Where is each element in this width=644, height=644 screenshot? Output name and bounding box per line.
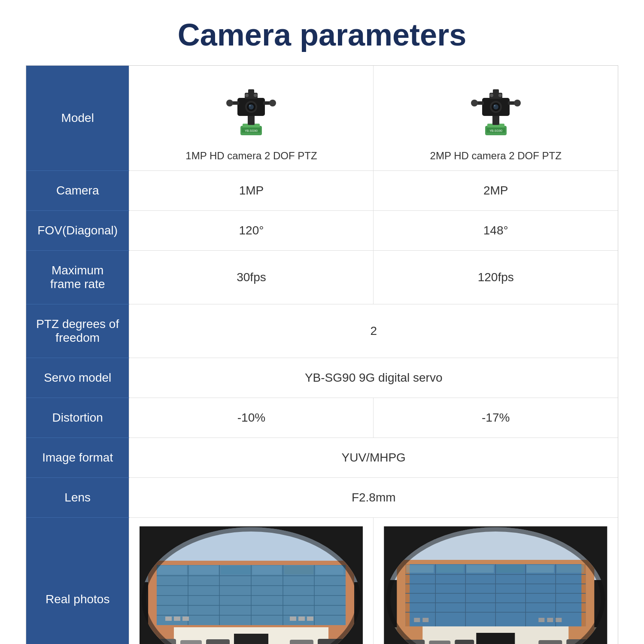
svg-rect-64 <box>298 617 305 621</box>
svg-rect-13 <box>248 89 254 94</box>
svg-rect-92 <box>467 565 494 573</box>
label-photos: Real photos <box>26 518 129 644</box>
label-fov: FOV(Diagonal) <box>26 211 129 251</box>
svg-rect-65 <box>307 617 313 621</box>
col1-framerate: 30fps <box>129 251 374 304</box>
table-row-lens: Lens F2.8mm <box>26 478 618 518</box>
svg-point-32 <box>490 94 493 97</box>
label-framerate: Maximum frame rate <box>26 251 129 304</box>
col2-model: YB-SG90 2MP HD camera 2 DOF PTZ <box>374 66 618 171</box>
label-imageformat: Image format <box>26 438 129 478</box>
svg-rect-31 <box>493 89 499 94</box>
svg-rect-93 <box>497 565 524 573</box>
svg-rect-95 <box>557 565 584 573</box>
svg-rect-99 <box>423 618 429 622</box>
svg-point-14 <box>245 94 249 97</box>
col2-camera: 2MP <box>374 171 618 211</box>
table-row-fov: FOV(Diagonal) 120° 148° <box>26 211 618 251</box>
col2-framerate: 120fps <box>374 251 618 304</box>
svg-rect-67 <box>180 640 202 644</box>
svg-point-5 <box>226 100 233 106</box>
label-model: Model <box>26 66 129 171</box>
label-ptz: PTZ degrees of freedom <box>26 304 129 358</box>
svg-rect-53 <box>189 566 219 574</box>
span-ptz: 2 <box>129 304 618 358</box>
svg-rect-105 <box>455 640 474 644</box>
svg-rect-91 <box>437 565 464 573</box>
svg-rect-62 <box>182 617 189 621</box>
svg-point-23 <box>471 100 478 106</box>
svg-rect-60 <box>165 617 172 621</box>
label-servo: Servo model <box>26 358 129 398</box>
svg-rect-63 <box>290 617 296 621</box>
col1-photo <box>129 518 374 644</box>
svg-rect-78 <box>406 564 410 626</box>
col2-fov: 148° <box>374 211 618 251</box>
svg-rect-56 <box>284 566 313 574</box>
col2-distortion: -17% <box>374 398 618 438</box>
col1-camera: 1MP <box>129 171 374 211</box>
svg-rect-54 <box>221 566 250 574</box>
svg-point-11 <box>249 105 251 106</box>
parameters-table: Model <box>26 65 618 644</box>
svg-rect-52 <box>158 566 187 574</box>
svg-rect-98 <box>414 618 420 622</box>
svg-rect-97 <box>477 633 515 644</box>
camera-image-1: YB-SG90 1MP HD camera 2 DOF PTZ <box>138 74 365 162</box>
table-row-ptz: PTZ degrees of freedom 2 <box>26 304 618 358</box>
svg-rect-101 <box>547 618 553 622</box>
label-distortion: Distortion <box>26 398 129 438</box>
svg-point-33 <box>498 94 502 97</box>
col1-fov: 120° <box>129 211 374 251</box>
svg-rect-104 <box>429 641 451 644</box>
table-row-model: Model <box>26 66 618 171</box>
table-row-photos: Real photos <box>26 518 618 644</box>
ptz-camera-svg-2: YB-SG90 <box>462 76 530 141</box>
photo-svg-1 <box>134 526 369 644</box>
camera-image-2: YB-SG90 2MP HD camera 2 DOF PTZ <box>382 74 609 162</box>
camera-svg-2: YB-SG90 <box>457 74 535 143</box>
span-lens: F2.8mm <box>129 478 618 518</box>
svg-point-15 <box>254 94 257 97</box>
svg-rect-100 <box>539 618 545 622</box>
col1-distortion: -10% <box>129 398 374 438</box>
svg-rect-90 <box>407 565 434 573</box>
svg-rect-69 <box>290 640 313 644</box>
table-row-camera: Camera 1MP 2MP <box>26 171 618 211</box>
svg-rect-61 <box>174 617 180 621</box>
label-lens: Lens <box>26 478 129 518</box>
photo-svg-2 <box>378 526 614 644</box>
svg-rect-102 <box>556 618 562 622</box>
label-camera: Camera <box>26 171 129 211</box>
col2-photo <box>374 518 618 644</box>
svg-rect-68 <box>206 639 230 644</box>
svg-point-29 <box>494 105 495 106</box>
table-row-imageformat: Image format YUV/MHPG <box>26 438 618 478</box>
table-row-distortion: Distortion -10% -17% <box>26 398 618 438</box>
ptz-camera-svg-1: YB-SG90 <box>217 76 286 141</box>
camera-svg-1: YB-SG90 <box>213 74 290 143</box>
col1-model: YB-SG90 1MP HD camera 2 DOF PTZ <box>129 66 374 171</box>
svg-rect-59 <box>234 634 268 644</box>
svg-rect-55 <box>252 566 282 574</box>
svg-text:YB-SG90: YB-SG90 <box>489 129 502 132</box>
svg-point-25 <box>514 100 521 106</box>
col2-model-name: 2MP HD camera 2 DOF PTZ <box>430 150 562 162</box>
span-servo: YB-SG90 9G digital servo <box>129 358 618 398</box>
table-row-servo: Servo model YB-SG90 9G digital servo <box>26 358 618 398</box>
svg-text:YB-SG90: YB-SG90 <box>245 129 258 132</box>
svg-rect-106 <box>539 640 562 644</box>
svg-rect-57 <box>316 566 343 574</box>
svg-rect-94 <box>527 565 554 573</box>
span-imageformat: YUV/MHPG <box>129 438 618 478</box>
svg-point-7 <box>269 100 276 106</box>
page-title: Camera parameters <box>0 0 644 65</box>
col1-model-name: 1MP HD camera 2 DOF PTZ <box>185 150 317 162</box>
svg-rect-79 <box>582 564 586 626</box>
table-row-framerate: Maximum frame rate 30fps 120fps <box>26 251 618 304</box>
